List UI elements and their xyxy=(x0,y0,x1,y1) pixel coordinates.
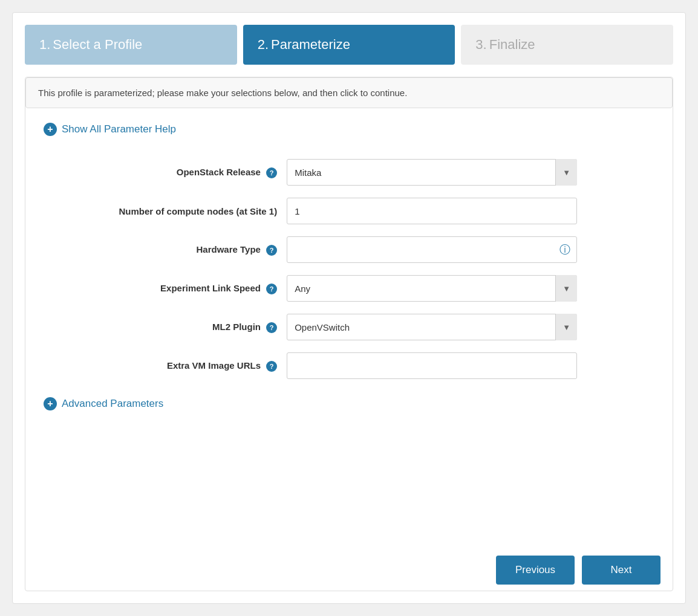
label-compute-nodes: Number of compute nodes (at Site 1) xyxy=(44,192,282,230)
content-inner: + Show All Parameter Help OpenStack Rele… xyxy=(25,108,673,543)
row-extra-vm-image-urls: Extra VM Image URLs ? xyxy=(44,346,654,385)
help-icon-extra-vm-image-urls[interactable]: ? xyxy=(266,361,277,372)
input-cell-openstack-release: Mitaka Liberty Kilo Juno ▼ xyxy=(282,153,654,192)
info-banner-text: This profile is parameterized; please ma… xyxy=(38,88,407,98)
step-3-number: 3. xyxy=(475,37,486,52)
advanced-parameters-toggle[interactable]: + Advanced Parameters xyxy=(44,397,654,410)
step-3-label: Finalize xyxy=(489,37,535,52)
hardware-type-wrapper: ⓘ xyxy=(287,236,577,263)
step-2-label: Parameterize xyxy=(271,37,350,52)
select-wrapper-openstack-release: Mitaka Liberty Kilo Juno ▼ xyxy=(287,159,577,186)
help-icon-openstack-release[interactable]: ? xyxy=(266,167,277,178)
step-2-number: 2. xyxy=(258,37,269,52)
label-openstack-release: OpenStack Release ? xyxy=(44,153,282,192)
extra-vm-image-urls-input[interactable] xyxy=(287,352,577,379)
help-icon-ml2-plugin[interactable]: ? xyxy=(266,322,277,333)
label-experiment-link-speed: Experiment Link Speed ? xyxy=(44,269,282,308)
step-1-label: Select a Profile xyxy=(53,37,142,52)
footer-buttons: Previous Next xyxy=(25,543,673,591)
previous-button[interactable]: Previous xyxy=(496,556,575,585)
row-hardware-type: Hardware Type ? ⓘ xyxy=(44,230,654,269)
label-extra-vm-image-urls: Extra VM Image URLs ? xyxy=(44,346,282,385)
content-box: This profile is parameterized; please ma… xyxy=(25,77,673,591)
params-form: OpenStack Release ? Mitaka Liberty Kilo … xyxy=(44,153,654,385)
openstack-release-select[interactable]: Mitaka Liberty Kilo Juno xyxy=(287,159,577,186)
steps-bar: 1.Select a Profile 2.Parameterize 3.Fina… xyxy=(25,25,673,65)
select-wrapper-experiment-link-speed: Any 1Gbps 10Gbps ▼ xyxy=(287,275,577,302)
page-wrapper: 1.Select a Profile 2.Parameterize 3.Fina… xyxy=(12,12,686,604)
advanced-plus-icon: + xyxy=(44,397,57,410)
info-circle-icon[interactable]: ⓘ xyxy=(553,236,577,263)
select-wrapper-ml2-plugin: OpenVSwitch LinuxBridge ▼ xyxy=(287,314,577,340)
step-2[interactable]: 2.Parameterize xyxy=(243,25,455,65)
step-1-number: 1. xyxy=(39,37,50,52)
input-cell-hardware-type: ⓘ xyxy=(282,230,654,269)
compute-nodes-input[interactable] xyxy=(287,198,577,224)
input-cell-experiment-link-speed: Any 1Gbps 10Gbps ▼ xyxy=(282,269,654,308)
row-openstack-release: OpenStack Release ? Mitaka Liberty Kilo … xyxy=(44,153,654,192)
row-ml2-plugin: ML2 Plugin ? OpenVSwitch LinuxBridge ▼ xyxy=(44,308,654,346)
show-help-label: Show All Parameter Help xyxy=(62,123,176,135)
hardware-type-input[interactable] xyxy=(287,236,577,263)
input-cell-extra-vm-image-urls xyxy=(282,346,654,385)
label-hardware-type: Hardware Type ? xyxy=(44,230,282,269)
input-cell-compute-nodes xyxy=(282,192,654,230)
row-experiment-link-speed: Experiment Link Speed ? Any 1Gbps 10Gbps xyxy=(44,269,654,308)
show-help-plus-icon: + xyxy=(44,123,57,136)
ml2-plugin-select[interactable]: OpenVSwitch LinuxBridge xyxy=(287,314,577,340)
help-icon-hardware-type[interactable]: ? xyxy=(266,245,277,256)
info-banner: This profile is parameterized; please ma… xyxy=(25,77,673,108)
experiment-link-speed-select[interactable]: Any 1Gbps 10Gbps xyxy=(287,275,577,302)
label-ml2-plugin: ML2 Plugin ? xyxy=(44,308,282,346)
row-compute-nodes: Number of compute nodes (at Site 1) xyxy=(44,192,654,230)
next-button[interactable]: Next xyxy=(582,556,660,585)
show-help-toggle[interactable]: + Show All Parameter Help xyxy=(44,123,654,136)
input-cell-ml2-plugin: OpenVSwitch LinuxBridge ▼ xyxy=(282,308,654,346)
help-icon-experiment-link-speed[interactable]: ? xyxy=(266,284,277,294)
step-1[interactable]: 1.Select a Profile xyxy=(25,25,237,65)
advanced-parameters-label: Advanced Parameters xyxy=(62,398,163,410)
step-3: 3.Finalize xyxy=(461,25,673,65)
